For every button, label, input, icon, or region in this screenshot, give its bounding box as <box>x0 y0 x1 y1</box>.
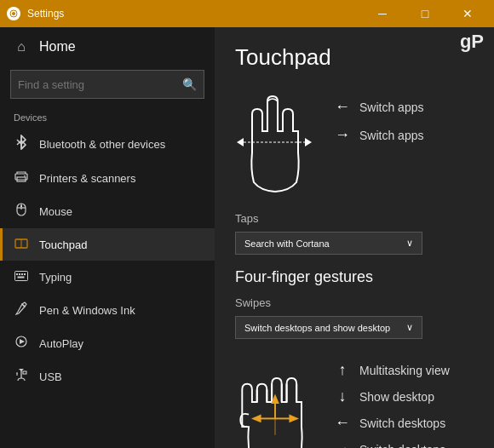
right-arrow-four-icon: → <box>334 440 351 448</box>
three-finger-hand <box>235 84 320 198</box>
taps-label: Taps <box>235 212 474 225</box>
app-body: ⌂ Home 🔍 Devices Bluetooth & other dev <box>0 27 494 448</box>
switch-apps-left-label: Switch apps <box>359 101 423 114</box>
left-arrow-four-icon: ← <box>334 414 351 432</box>
autoplay-label: AutoPlay <box>39 337 83 350</box>
maximize-button[interactable]: □ <box>405 0 445 27</box>
swipes-dropdown[interactable]: Switch desktops and show desktop ∨ <box>235 316 422 339</box>
show-desktop-label: Show desktop <box>359 390 434 404</box>
down-arrow-icon: ↓ <box>334 388 351 405</box>
content-area: Touchpad <box>215 27 494 448</box>
gesture-row-left: ← Switch apps <box>334 98 474 116</box>
svg-rect-16 <box>24 273 26 275</box>
sidebar-item-printers[interactable]: Printers & scanners <box>0 162 215 194</box>
swipes-dropdown-chevron: ∨ <box>406 322 413 333</box>
left-arrow-icon: ← <box>334 98 351 116</box>
usb-icon <box>14 368 29 385</box>
usb-label: USB <box>39 370 62 383</box>
svg-marker-19 <box>20 339 25 344</box>
switch-apps-right-label: Switch apps <box>359 129 423 142</box>
pen-icon <box>14 302 29 319</box>
svg-rect-12 <box>15 272 28 281</box>
page-title: Touchpad <box>235 44 474 71</box>
svg-marker-29 <box>237 138 244 146</box>
right-arrow-icon: → <box>334 126 351 144</box>
switch-desktops-right-label: Switch desktops <box>359 443 445 449</box>
switch-desktops-left-label: Switch desktops <box>359 416 445 430</box>
multitasking-label: Multitasking view <box>359 364 450 377</box>
printers-label: Printers & scanners <box>39 172 135 185</box>
devices-section-label: Devices <box>0 106 215 126</box>
watermark: gP <box>460 31 484 53</box>
bluetooth-icon <box>14 135 29 153</box>
svg-rect-15 <box>21 273 23 275</box>
four-finger-action-list: ↑ Multitasking view ↓ Show desktop ← Swi… <box>334 353 474 448</box>
up-arrow-icon: ↑ <box>334 361 351 379</box>
swipes-label: Swipes <box>235 296 474 309</box>
taps-dropdown-value: Search with Cortana <box>244 238 330 249</box>
swipes-dropdown-value: Switch desktops and show desktop <box>244 323 390 333</box>
svg-point-0 <box>12 12 15 15</box>
home-icon: ⌂ <box>14 39 29 55</box>
window-controls: ─ □ ✕ <box>363 0 487 27</box>
printer-icon <box>14 170 29 186</box>
four-finger-section: ↑ Multitasking view ↓ Show desktop ← Swi… <box>235 353 474 448</box>
search-box[interactable]: 🔍 <box>10 70 204 99</box>
autoplay-icon <box>14 336 29 351</box>
window-title: Settings <box>27 8 64 20</box>
svg-rect-21 <box>23 371 26 374</box>
search-icon: 🔍 <box>182 78 197 91</box>
sidebar-item-home[interactable]: ⌂ Home <box>0 27 215 66</box>
multitasking-row: ↑ Multitasking view <box>334 361 474 379</box>
sidebar-item-touchpad[interactable]: Touchpad <box>0 228 215 261</box>
search-input[interactable] <box>18 78 182 91</box>
four-finger-title: Four-finger gestures <box>235 268 474 286</box>
touchpad-icon <box>14 237 29 252</box>
three-finger-section: ← Switch apps → Switch apps <box>235 84 474 198</box>
pen-label: Pen & Windows Ink <box>39 304 135 317</box>
minimize-button[interactable]: ─ <box>363 0 402 27</box>
title-bar-left: Settings <box>7 7 64 20</box>
sidebar-item-bluetooth[interactable]: Bluetooth & other devices <box>0 126 215 162</box>
svg-marker-43 <box>289 415 299 423</box>
three-finger-actions: ← Switch apps → Switch apps <box>334 84 474 144</box>
sidebar-item-pen[interactable]: Pen & Windows Ink <box>0 293 215 327</box>
mouse-icon <box>14 203 29 220</box>
sidebar-item-autoplay[interactable]: AutoPlay <box>0 327 215 359</box>
title-bar: Settings ─ □ ✕ <box>0 0 494 27</box>
taps-dropdown-chevron: ∨ <box>406 238 413 249</box>
svg-rect-14 <box>19 273 20 275</box>
mouse-label: Mouse <box>39 205 72 218</box>
svg-marker-41 <box>251 415 261 423</box>
home-label: Home <box>39 39 76 55</box>
svg-point-5 <box>24 175 26 177</box>
sidebar-item-typing[interactable]: Typing <box>0 261 215 293</box>
switch-desktops-right-row: → Switch desktops <box>334 440 474 448</box>
four-finger-hand <box>235 353 320 448</box>
typing-label: Typing <box>39 271 72 284</box>
show-desktop-row: ↓ Show desktop <box>334 388 474 405</box>
typing-icon <box>14 269 29 284</box>
svg-rect-17 <box>18 277 25 279</box>
close-button[interactable]: ✕ <box>448 0 487 27</box>
taps-dropdown[interactable]: Search with Cortana ∨ <box>235 232 422 255</box>
sidebar: ⌂ Home 🔍 Devices Bluetooth & other dev <box>0 27 215 448</box>
svg-rect-13 <box>16 273 18 275</box>
settings-icon <box>7 7 20 20</box>
switch-desktops-left-row: ← Switch desktops <box>334 414 474 432</box>
gesture-row-right: → Switch apps <box>334 126 474 144</box>
bluetooth-label: Bluetooth & other devices <box>39 138 165 151</box>
touchpad-label: Touchpad <box>39 238 87 251</box>
sidebar-item-usb[interactable]: USB <box>0 359 215 393</box>
sidebar-item-mouse[interactable]: Mouse <box>0 194 215 228</box>
svg-marker-30 <box>305 138 312 146</box>
